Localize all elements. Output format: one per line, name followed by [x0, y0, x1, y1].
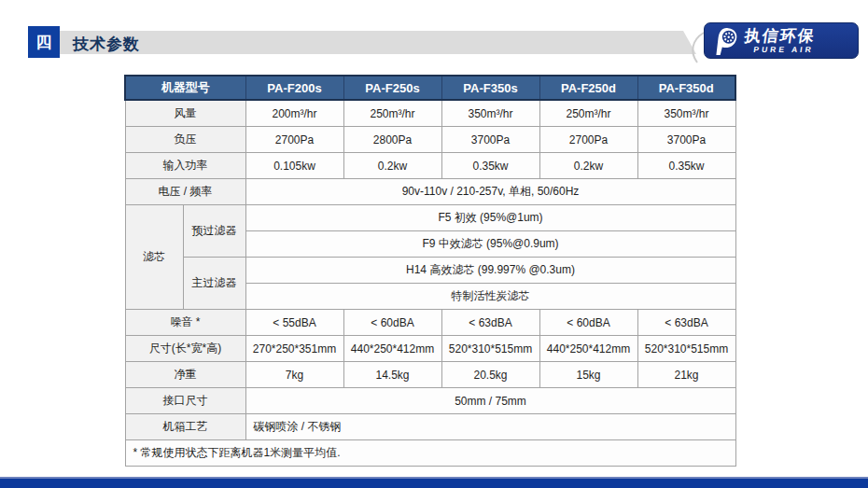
value-cell: 200m³/hr: [245, 100, 343, 127]
value-cell-merged: 90v-110v / 210-257v, 单相, 50/60Hz: [245, 179, 735, 205]
row-footnote: * 常规使用状态下距离机器1米测量平均值.: [125, 440, 735, 467]
row-port-size: 接口尺寸 50mm / 75mm: [125, 388, 735, 414]
row-label: 输入功率: [125, 153, 245, 179]
value-cell-merged: 50mm / 75mm: [245, 388, 735, 414]
value-cell: 3700Pa: [441, 127, 539, 153]
brand-wordmark: 执信环保 PURE AIR: [742, 28, 817, 54]
value-cell: 20.5kg: [441, 362, 539, 388]
brand-name-en: PURE AIR: [753, 45, 815, 54]
footnote-text: * 常规使用状态下距离机器1米测量平均值.: [125, 440, 735, 467]
value-cell: 2700Pa: [245, 127, 343, 153]
value-cell: 3700Pa: [637, 127, 735, 153]
header-model-pa-f350s: PA-F350s: [441, 76, 539, 100]
value-cell: 2700Pa: [539, 127, 637, 153]
value-cell: 0.35kw: [637, 153, 735, 179]
pre-filter-label: 预过滤器: [183, 205, 245, 258]
row-airflow: 风量 200m³/hr 250m³/hr 350m³/hr 250m³/hr 3…: [125, 100, 735, 127]
value-cell: 14.5kg: [343, 362, 441, 388]
value-cell: 2800Pa: [343, 127, 441, 153]
spec-table: 机器型号 PA-F200s PA-F250s PA-F350s PA-F250d…: [124, 75, 736, 467]
value-cell-merged: F9 中效滤芯 (95%@0.9um): [245, 231, 735, 258]
value-cell: < 60dBA: [343, 310, 441, 336]
table-header-row: 机器型号 PA-F200s PA-F250s PA-F350s PA-F250d…: [125, 76, 735, 100]
value-cell-merged: F5 初效 (95%@1um): [245, 205, 735, 231]
value-cell: < 60dBA: [539, 310, 637, 336]
value-cell: < 63dBA: [637, 310, 735, 336]
row-label: 风量: [125, 100, 245, 127]
header-model-pa-f350d: PA-F350d: [637, 76, 735, 100]
value-cell: 0.105kw: [245, 153, 343, 179]
row-voltage: 电压 / 频率 90v-110v / 210-257v, 单相, 50/60Hz: [125, 179, 735, 205]
row-dimensions: 尺寸(长*宽*高) 270*250*351mm 440*250*412mm 52…: [125, 336, 735, 362]
value-cell: < 63dBA: [441, 310, 539, 336]
value-cell: 21kg: [637, 362, 735, 388]
value-cell: 520*310*515mm: [441, 336, 539, 362]
row-cabinet: 机箱工艺 碳钢喷涂 / 不锈钢: [125, 414, 735, 440]
value-cell: 15kg: [539, 362, 637, 388]
row-label: 电压 / 频率: [125, 179, 245, 205]
value-cell: 440*250*412mm: [539, 336, 637, 362]
header-model-pa-f200s: PA-F200s: [245, 76, 343, 100]
header-model-pa-f250d: PA-F250d: [539, 76, 637, 100]
value-cell: 350m³/hr: [441, 100, 539, 127]
value-cell-merged: 特制活性炭滤芯: [245, 284, 735, 310]
row-negative-pressure: 负压 2700Pa 2800Pa 3700Pa 2700Pa 3700Pa: [125, 127, 735, 153]
value-cell: 0.35kw: [441, 153, 539, 179]
main-filter-label: 主过滤器: [183, 258, 245, 310]
pureair-fan-icon: [712, 26, 738, 56]
value-cell-merged: H14 高效滤芯 (99.997% @0.3um): [245, 258, 735, 284]
value-cell: 0.2kw: [539, 153, 637, 179]
value-cell: 7kg: [245, 362, 343, 388]
page-title: 技术参数: [73, 34, 140, 55]
value-cell: 520*310*515mm: [637, 336, 735, 362]
value-cell: 270*250*351mm: [245, 336, 343, 362]
value-cell: 250m³/hr: [539, 100, 637, 127]
value-cell: 250m³/hr: [343, 100, 441, 127]
row-label: 负压: [125, 127, 245, 153]
value-cell: < 55dBA: [245, 310, 343, 336]
row-label: 尺寸(长*宽*高): [125, 336, 245, 362]
footer-bar: [0, 477, 868, 488]
filter-group-label: 滤芯: [125, 205, 183, 310]
value-cell: 0.2kw: [343, 153, 441, 179]
section-number: 四: [36, 32, 52, 53]
row-label: 净重: [125, 362, 245, 388]
value-cell: 350m³/hr: [637, 100, 735, 127]
row-net-weight: 净重 7kg 14.5kg 20.5kg 15kg 21kg: [125, 362, 735, 388]
section-number-badge: 四: [28, 26, 60, 58]
row-filter-pre-1: 滤芯 预过滤器 F5 初效 (95%@1um): [125, 205, 735, 231]
brand-name-cn: 执信环保: [743, 28, 817, 45]
header-model-label: 机器型号: [125, 76, 245, 100]
row-noise: 噪音 * < 55dBA < 60dBA < 63dBA < 60dBA < 6…: [125, 310, 735, 336]
row-input-power: 输入功率 0.105kw 0.2kw 0.35kw 0.2kw 0.35kw: [125, 153, 735, 179]
value-cell-merged: 碳钢喷涂 / 不锈钢: [245, 414, 735, 440]
row-label: 机箱工艺: [125, 414, 245, 440]
value-cell: 440*250*412mm: [343, 336, 441, 362]
header-model-pa-f250s: PA-F250s: [343, 76, 441, 100]
row-filter-main-1: 主过滤器 H14 高效滤芯 (99.997% @0.3um): [125, 258, 735, 284]
row-label: 接口尺寸: [125, 388, 245, 414]
brand-logo: 执信环保 PURE AIR: [704, 22, 859, 59]
row-label: 噪音 *: [125, 310, 245, 336]
